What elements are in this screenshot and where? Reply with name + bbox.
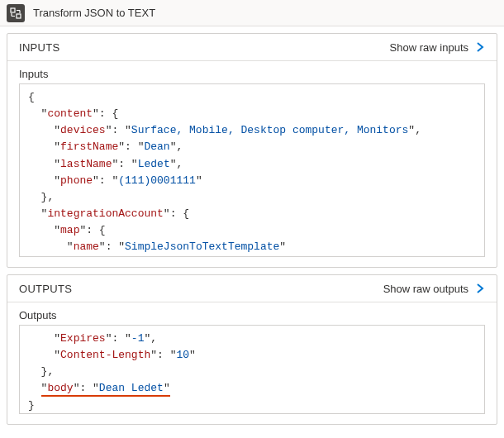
outputs-panel: OUTPUTS Show raw outputs Outputs "Expire…	[7, 274, 497, 425]
inputs-json-code: { "content": { "devices": "Surface, Mobi…	[28, 89, 476, 255]
svg-rect-0	[11, 8, 15, 12]
inputs-caption: INPUTS	[19, 41, 59, 54]
inputs-panel-body: Inputs { "content": { "devices": "Surfac…	[7, 61, 497, 267]
titlebar: Transform JSON to TEXT	[0, 0, 504, 26]
outputs-json-code: "Expires": "-1", "Content-Length": "10" …	[28, 331, 476, 413]
outputs-json-scroll[interactable]: "Expires": "-1", "Content-Length": "10" …	[20, 326, 484, 413]
inputs-sub-label: Inputs	[19, 68, 485, 80]
show-raw-outputs-button[interactable]: Show raw outputs	[383, 282, 487, 295]
outputs-sub-label: Outputs	[19, 309, 485, 321]
chevron-right-icon	[473, 282, 487, 295]
transform-icon	[7, 4, 25, 22]
inputs-json-box: { "content": { "devices": "Surface, Mobi…	[19, 83, 485, 257]
content-area: INPUTS Show raw inputs Inputs { "content…	[0, 26, 504, 438]
inputs-panel: INPUTS Show raw inputs Inputs { "content…	[7, 33, 497, 268]
inputs-panel-header: INPUTS Show raw inputs	[7, 34, 497, 61]
inputs-json-scroll[interactable]: { "content": { "devices": "Surface, Mobi…	[20, 84, 484, 256]
outputs-panel-header: OUTPUTS Show raw outputs	[7, 275, 497, 302]
svg-rect-1	[17, 14, 21, 18]
outputs-caption: OUTPUTS	[19, 283, 72, 295]
chevron-right-icon	[473, 40, 487, 54]
show-raw-outputs-label: Show raw outputs	[383, 283, 468, 295]
outputs-json-box: "Expires": "-1", "Content-Length": "10" …	[19, 325, 485, 414]
page-title: Transform JSON to TEXT	[33, 7, 155, 19]
outputs-panel-body: Outputs "Expires": "-1", "Content-Length…	[7, 302, 497, 424]
show-raw-inputs-button[interactable]: Show raw inputs	[390, 40, 487, 54]
show-raw-inputs-label: Show raw inputs	[390, 41, 468, 54]
